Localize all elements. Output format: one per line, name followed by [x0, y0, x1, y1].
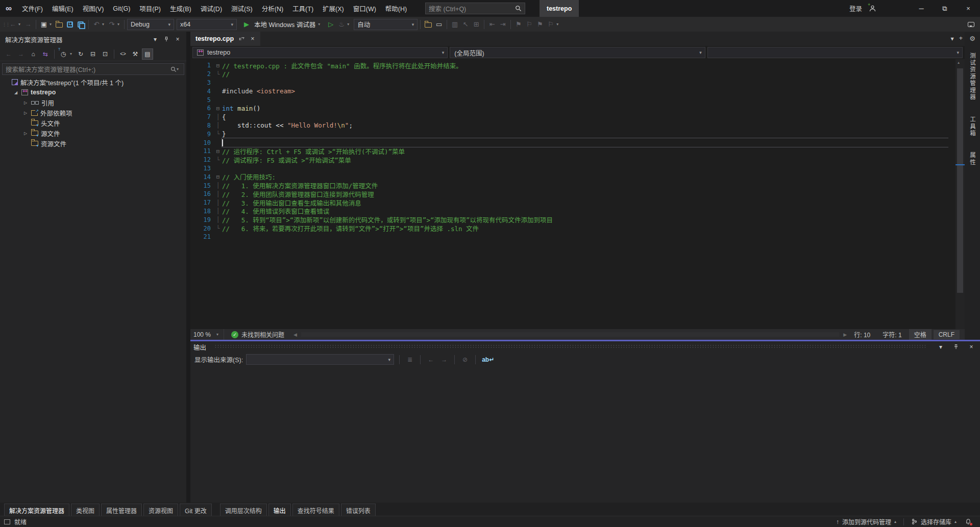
editor-vertical-scrollbar[interactable]: ▴ [955, 59, 965, 329]
tree-item[interactable]: ▷引用 [0, 97, 186, 108]
pin-icon[interactable] [161, 34, 172, 44]
menu-item[interactable]: 文件(F) [17, 0, 47, 17]
se-forward-icon[interactable]: → [15, 48, 27, 60]
output-header[interactable]: 输出 ▾ × [190, 341, 980, 353]
navigate-back-dropdown-icon[interactable]: ▾ [18, 22, 22, 27]
menu-item[interactable]: 窗口(W) [349, 0, 381, 17]
decrease-indent-icon[interactable]: ⇤ [487, 19, 497, 30]
tree-collapsed-arrow-icon[interactable]: ▷ [22, 101, 29, 105]
autohide-tab[interactable]: 属性 [968, 149, 976, 169]
show-all-files-icon[interactable]: ▤ [142, 48, 153, 60]
search-options-icon[interactable]: ▾ [177, 67, 181, 71]
solution-platform-dropdown[interactable]: x64 ▾ [177, 19, 237, 30]
tree-item[interactable]: 头文件 [0, 118, 186, 128]
switch-views-icon[interactable]: ⇆ [40, 48, 51, 60]
previous-bookmark-icon[interactable]: ⚐ [524, 19, 534, 30]
menu-item[interactable]: 工具(T) [288, 0, 318, 17]
redo-icon[interactable]: ↷ [107, 19, 117, 30]
tree-item[interactable]: 资源文件 [0, 138, 186, 148]
search-icon[interactable] [170, 66, 177, 72]
debug-target-label[interactable]: 本地 Windows 调试器 [252, 19, 317, 29]
notifications-bell-icon[interactable] [964, 517, 973, 526]
sign-in-button[interactable]: 登录 + [849, 0, 876, 17]
background-tasks-icon[interactable] [4, 519, 10, 524]
toolbar-overflow-icon[interactable]: ▾ [556, 22, 560, 27]
preview-window-icon[interactable]: ▭ [434, 19, 444, 30]
performance-profiler-icon[interactable]: ▥ [450, 19, 460, 30]
close-button[interactable]: × [957, 0, 980, 17]
output-content[interactable] [190, 366, 980, 501]
tree-item[interactable]: ◢testrepo [0, 87, 186, 97]
menu-item[interactable]: 测试(S) [227, 0, 257, 17]
save-icon[interactable] [65, 19, 75, 30]
tree-collapsed-arrow-icon[interactable]: ▷ [22, 131, 29, 136]
autohide-tab[interactable]: 测试资源管理器 [968, 49, 976, 104]
sign-in-person-icon[interactable]: + [866, 5, 876, 12]
add-to-source-control-button[interactable]: ↑ 添加到源代码管理 ▴ [832, 516, 900, 527]
close-icon[interactable]: × [172, 34, 183, 44]
send-feedback-icon[interactable] [966, 19, 976, 30]
select-element-icon[interactable]: ↖ [460, 19, 471, 30]
zoom-dropdown[interactable]: 100 % ▾ [190, 329, 224, 340]
menu-item[interactable]: 生成(B) [165, 0, 196, 17]
autohide-tab[interactable]: 工具箱 [968, 113, 976, 140]
view-code-icon[interactable]: <> [117, 48, 129, 60]
solution-explorer-header[interactable]: 解决方案资源管理器 ▾ × [0, 32, 186, 47]
se-back-icon[interactable]: ← [3, 48, 14, 60]
previous-message-icon[interactable]: ← [426, 354, 436, 365]
menu-item[interactable]: 帮助(H) [381, 0, 411, 17]
spaces-toggle[interactable]: 空格 [909, 329, 932, 340]
navigate-back-icon[interactable]: ← [8, 19, 18, 30]
minimize-button[interactable]: ─ [910, 0, 933, 17]
close-icon[interactable]: × [249, 35, 256, 43]
menu-item[interactable]: 编辑(E) [47, 0, 78, 17]
paste-structure-icon[interactable]: ⊞ [471, 19, 481, 30]
save-all-icon[interactable] [76, 19, 86, 30]
select-repository-button[interactable]: 选择存储库 ▴ [907, 516, 961, 527]
next-bookmark-icon[interactable]: ⚑ [535, 19, 545, 30]
close-icon[interactable]: × [966, 342, 977, 352]
properties-icon[interactable]: ⚒ [130, 48, 141, 60]
fold-collapse-icon[interactable]: ⊟ [214, 173, 222, 180]
solution-explorer-search-input[interactable]: 搜索解决方案资源管理器(Ctrl+;) ▾ [2, 63, 184, 75]
tree-expanded-arrow-icon[interactable]: ◢ [13, 90, 19, 95]
pending-changes-filter-icon[interactable]: ◷ [58, 48, 69, 60]
tree-item[interactable]: ▷源文件 [0, 128, 186, 138]
menu-item[interactable]: 调试(D) [196, 0, 227, 17]
toggle-bookmark-icon[interactable]: ⚑ [513, 19, 524, 30]
search-icon[interactable] [515, 5, 522, 12]
next-message-icon[interactable]: → [439, 354, 449, 365]
menu-item[interactable]: 视图(V) [78, 0, 109, 17]
start-debugging-icon[interactable]: ▶ [241, 19, 252, 30]
fold-collapse-icon[interactable]: ⊟ [214, 62, 222, 69]
solution-name-badge[interactable]: testrepo [540, 0, 579, 17]
redo-dropdown-icon[interactable]: ▾ [117, 22, 121, 27]
attach-dropdown[interactable]: 自动 ▾ [354, 19, 418, 30]
output-source-dropdown[interactable]: ▾ [246, 354, 394, 365]
project-scope-dropdown[interactable]: testrepo ▾ [192, 47, 448, 58]
member-scope-dropdown[interactable]: ▾ [707, 47, 963, 58]
tree-item[interactable]: ▷外部依赖项 [0, 108, 186, 118]
new-tab-group-icon[interactable]: + [959, 35, 963, 42]
filter-dropdown-icon[interactable]: ▾ [70, 52, 74, 56]
undo-icon[interactable]: ↶ [91, 19, 102, 30]
new-project-icon[interactable]: ▣ [39, 19, 49, 30]
restore-button[interactable]: ⧉ [933, 0, 957, 17]
toolbar-grip[interactable]: ⋮⋮ [2, 22, 7, 27]
fold-collapse-icon[interactable]: ⊟ [214, 148, 222, 155]
menu-item[interactable]: 项目(P) [135, 0, 165, 17]
hot-reload-icon[interactable]: ♨ [336, 19, 347, 30]
document-health-indicator[interactable]: ✓ 未找到相关问题 [224, 330, 291, 339]
find-message-icon[interactable]: ≣ [405, 354, 415, 365]
clear-bookmarks-icon[interactable]: ⚐ [546, 19, 556, 30]
solution-configuration-dropdown[interactable]: Debug ▾ [127, 19, 174, 30]
tree-collapsed-arrow-icon[interactable]: ▷ [22, 111, 29, 115]
home-icon[interactable]: ⌂ [28, 48, 39, 60]
collapse-all-icon[interactable]: ⊟ [87, 48, 99, 60]
clear-all-icon[interactable]: ⊘ [460, 354, 470, 365]
navigate-forward-icon[interactable]: → [23, 19, 33, 30]
toggle-word-wrap-icon[interactable]: ab↵ [481, 354, 495, 365]
quick-search-input[interactable]: 搜索 (Ctrl+Q) [425, 3, 525, 14]
refresh-icon[interactable]: ↻ [75, 48, 86, 60]
type-scope-dropdown[interactable]: (全局范围) ▾ [450, 47, 705, 58]
